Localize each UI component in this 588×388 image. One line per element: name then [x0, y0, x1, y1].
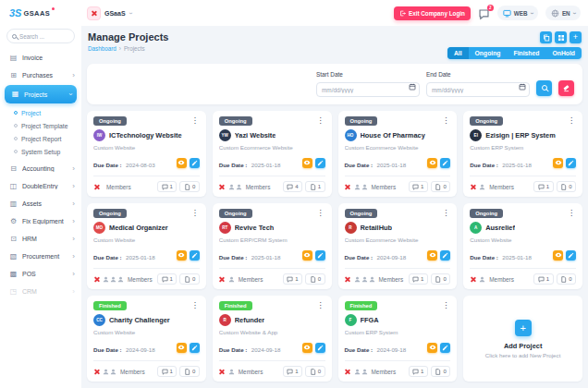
files-chip[interactable]: 0: [179, 366, 199, 377]
edit-project-button[interactable]: [566, 250, 576, 261]
members-label: Members: [246, 184, 271, 190]
comments-chip[interactable]: 1: [533, 181, 553, 192]
sidebar-subitem[interactable]: System Setup: [0, 145, 81, 158]
status-filter-tab[interactable]: OnHold: [545, 47, 582, 59]
view-project-button[interactable]: [427, 250, 437, 261]
sidebar-item[interactable]: ▧ Procurement ›: [0, 248, 81, 265]
comment-icon: [287, 369, 293, 375]
files-chip[interactable]: 0: [179, 273, 199, 285]
comments-chip[interactable]: 1: [409, 366, 428, 377]
eye-icon: [178, 344, 185, 351]
breadcrumb-dashboard[interactable]: Dashboard: [88, 45, 116, 52]
end-date-input[interactable]: [426, 82, 530, 97]
comments-chip[interactable]: 1: [283, 366, 302, 377]
files-chip[interactable]: 0: [431, 273, 450, 285]
sidebar-item[interactable]: ⚙ Fix Equipment ›: [0, 212, 81, 230]
calendar-icon[interactable]: [519, 83, 526, 91]
status-filter-tab[interactable]: Ongoing: [469, 47, 508, 59]
search-input[interactable]: [19, 33, 69, 40]
export-button[interactable]: [540, 31, 552, 43]
sidebar-item[interactable]: ▩ POS ›: [0, 265, 81, 283]
view-project-button[interactable]: [302, 158, 312, 168]
card-menu-button[interactable]: ⋮: [567, 210, 576, 217]
eraser-icon: [562, 84, 570, 92]
sidebar-item-projects[interactable]: ▦ Projects ›: [5, 85, 77, 103]
files-chip[interactable]: 0: [305, 366, 325, 377]
files-chip[interactable]: 0: [431, 366, 450, 377]
comments-chip[interactable]: 4: [283, 181, 302, 192]
card-menu-button[interactable]: ⋮: [190, 302, 200, 309]
calendar-icon[interactable]: [409, 83, 416, 91]
status-filter-tab[interactable]: All: [447, 47, 469, 59]
card-menu-button[interactable]: ⋮: [316, 117, 325, 125]
card-menu-button[interactable]: ⋮: [190, 117, 200, 125]
edit-project-button[interactable]: [440, 158, 450, 168]
sidebar-subitem[interactable]: Project: [0, 106, 81, 119]
sidebar-item[interactable]: ◫ DoubleEntry ›: [0, 177, 81, 195]
view-project-button[interactable]: [427, 158, 437, 168]
files-chip[interactable]: 0: [557, 181, 576, 192]
comments-chip[interactable]: 1: [157, 181, 177, 192]
card-menu-button[interactable]: ⋮: [441, 117, 450, 125]
reset-filter-button[interactable]: [558, 80, 574, 96]
view-project-button[interactable]: [302, 250, 312, 261]
exit-company-login-button[interactable]: Exit Company Login: [394, 6, 471, 20]
view-project-button[interactable]: [177, 250, 187, 261]
card-menu-button[interactable]: ⋮: [567, 117, 576, 125]
comments-chip[interactable]: 1: [157, 273, 177, 285]
create-project-button[interactable]: +: [570, 31, 582, 43]
files-chip[interactable]: 0: [305, 273, 325, 285]
add-project-card[interactable]: + Add Project Click here to add New Proj…: [463, 296, 582, 382]
sidebar-search[interactable]: [6, 29, 75, 43]
edit-project-button[interactable]: [315, 250, 325, 261]
edit-project-button[interactable]: [190, 343, 200, 353]
status-filter-tab[interactable]: Finished: [508, 47, 546, 59]
files-chip[interactable]: 0: [179, 181, 199, 192]
view-project-button[interactable]: [553, 250, 563, 261]
view-project-button[interactable]: [427, 343, 437, 353]
view-project-button[interactable]: [553, 158, 563, 168]
edit-project-button[interactable]: [315, 158, 325, 168]
card-menu-button[interactable]: ⋮: [441, 302, 450, 309]
edit-project-button[interactable]: [315, 343, 325, 353]
edit-project-button[interactable]: [440, 250, 450, 261]
project-avatar: R: [345, 222, 357, 234]
edit-project-button[interactable]: [440, 343, 450, 353]
sidebar-item[interactable]: ▤ Invoice ›: [0, 49, 81, 67]
comments-chip[interactable]: 1: [283, 273, 302, 285]
start-date-input[interactable]: [316, 82, 420, 97]
view-project-button[interactable]: [302, 343, 312, 353]
app-logo[interactable]: 3S GSAAS: [0, 0, 81, 26]
edit-project-button[interactable]: [566, 158, 576, 168]
files-chip[interactable]: 0: [557, 273, 576, 285]
member-avatar-icon: [354, 276, 361, 283]
apply-filter-button[interactable]: [536, 80, 552, 96]
comments-chip[interactable]: 1: [409, 181, 428, 192]
view-project-button[interactable]: [177, 158, 187, 168]
edit-project-button[interactable]: [190, 250, 200, 261]
sidebar-item[interactable]: ⊟ Accounting ›: [0, 160, 81, 177]
card-menu-button[interactable]: ⋮: [190, 210, 200, 217]
card-menu-button[interactable]: ⋮: [316, 210, 325, 217]
card-menu-button[interactable]: ⋮: [316, 302, 325, 309]
workspace-selector[interactable]: WEB ›: [497, 6, 538, 20]
company-selector[interactable]: GSaaS ›: [87, 6, 131, 20]
comments-chip[interactable]: 1: [409, 273, 428, 285]
sidebar-item[interactable]: ▥ Assets ›: [0, 195, 81, 212]
sidebar-subitem[interactable]: Project Template: [0, 119, 81, 132]
files-chip[interactable]: 1: [305, 181, 325, 192]
edit-project-button[interactable]: [190, 158, 200, 168]
sidebar-subitem[interactable]: Project Report: [0, 132, 81, 145]
card-menu-button[interactable]: ⋮: [441, 210, 450, 217]
list-view-button[interactable]: [555, 31, 567, 43]
add-project-plus-button[interactable]: +: [515, 320, 532, 336]
comments-chip[interactable]: 1: [533, 273, 553, 285]
language-selector[interactable]: EN ›: [545, 6, 581, 20]
sidebar-item[interactable]: ⊡ HRM ›: [0, 230, 81, 248]
comments-chip[interactable]: 1: [157, 366, 177, 377]
sidebar-item[interactable]: ⊞ Purchases ›: [0, 67, 81, 84]
messages-button[interactable]: 2: [478, 7, 490, 19]
sidebar-item[interactable]: ◳ CRM ›: [0, 283, 81, 300]
files-chip[interactable]: 0: [431, 181, 450, 192]
view-project-button[interactable]: [177, 343, 187, 353]
